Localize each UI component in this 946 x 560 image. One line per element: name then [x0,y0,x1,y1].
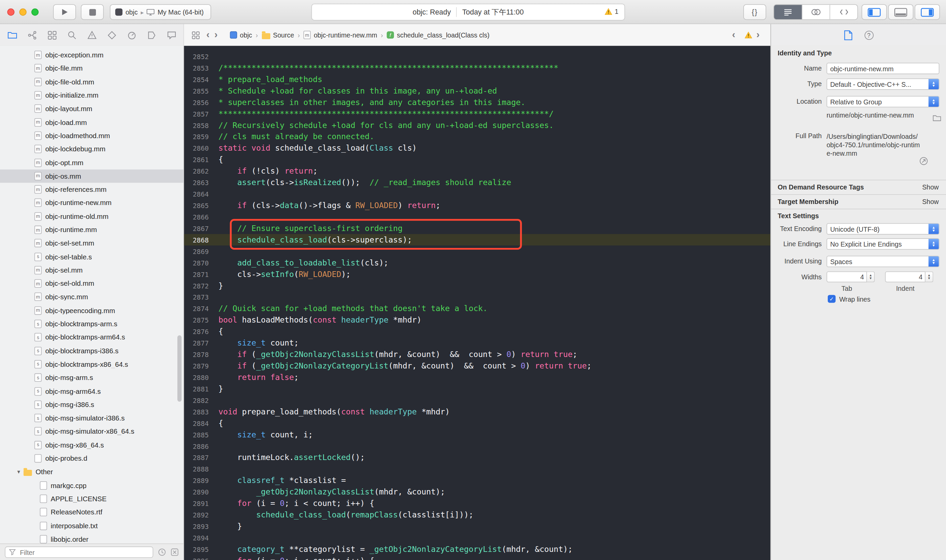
code-line[interactable]: 2859// cls must already be connected. [184,131,770,142]
file-row[interactable]: mobjc-sync.mm [0,291,183,304]
code-line[interactable]: 2891 for (i = 0; i < count; i++) { [184,497,770,509]
file-row[interactable]: mobjc-layout.mm [0,102,183,115]
file-row[interactable]: sobjc-msg-simulator-i386.s [0,411,183,425]
scheme-selector[interactable]: objc ▸ My Mac (64-bit) [110,4,211,20]
code-line[interactable]: 2873 [184,291,770,303]
file-row[interactable]: markgc.cpp [0,478,183,492]
code-line[interactable]: 2894 [184,532,770,543]
file-row[interactable]: sobjc-msg-x86_64.s [0,438,183,452]
code-line[interactable]: 2870 add_class_to_loadable_list(cls); [184,257,770,269]
file-row[interactable]: objc-probes.d [0,452,183,465]
breadcrumb-item[interactable]: fschedule_class_load(Class cls) [387,31,489,38]
code-line[interactable]: 2896 for (i = 0; i < count; i++) { [184,555,770,560]
code-line[interactable]: 2861{ [184,154,770,165]
code-line[interactable]: 2895 category_t **categorylist = _getObj… [184,543,770,555]
breadcrumb-item[interactable]: mobjc-runtime-new.mm [304,31,377,39]
text-encoding-popup[interactable]: Unicode (UTF-8) ▲▼ [826,223,939,235]
file-row[interactable]: ReleaseNotes.rtf [0,506,183,519]
source-control-navigator-icon[interactable] [26,29,38,41]
file-row[interactable]: sobjc-blocktramps-x86_64.s [0,358,183,371]
breadcrumb-item[interactable]: Source [262,31,294,39]
quick-help-inspector-icon[interactable]: ? [864,31,874,40]
file-row[interactable]: sobjc-blocktramps-arm64.s [0,331,183,344]
code-line[interactable]: 2876{ [184,326,770,337]
code-line[interactable]: 2865 if (cls->data()->flags & RW_LOADED)… [184,200,770,211]
code-line[interactable]: 2858// Recursively schedule +load for cl… [184,120,770,131]
debug-area-toggle[interactable] [888,4,914,20]
file-inspector-icon[interactable] [844,30,852,40]
source-editor[interactable]: 28522853/*******************************… [184,46,770,560]
indent-using-popup[interactable]: Spaces ▲▼ [826,256,939,267]
next-issue-button[interactable]: › [756,30,760,40]
file-row[interactable]: mobjc-file.mm [0,62,183,75]
file-row[interactable]: sobjc-msg-arm64.s [0,385,183,398]
forward-button[interactable]: › [214,30,218,40]
target-show-button[interactable]: Show [922,198,938,205]
file-row[interactable]: mobjc-typeencoding.mm [0,304,183,317]
file-row[interactable]: APPLE_LICENSE [0,492,183,506]
line-endings-popup[interactable]: No Explicit Line Endings ▲▼ [826,238,939,249]
code-line[interactable]: 2893 } [184,520,770,532]
code-line[interactable]: 2856* superclasses in other images, and … [184,97,770,108]
zoom-button[interactable] [31,8,39,15]
location-popup[interactable]: Relative to Group ▲▼ [826,96,939,108]
code-line[interactable]: 2884{ [184,417,770,429]
inspector-panel-toggle[interactable] [915,4,940,20]
code-snippets-button[interactable]: {} [743,4,766,20]
code-line[interactable]: 2880 return false; [184,372,770,383]
code-line[interactable]: 2871 cls->setInfo(RW_LOADED); [184,269,770,280]
project-navigator-icon[interactable] [6,29,18,41]
code-line[interactable]: 2887 runtimeLock.assertLocked(); [184,452,770,463]
code-line[interactable]: 2875bool hasLoadMethods(const headerType… [184,314,770,326]
previous-issue-button[interactable]: ‹ [732,30,735,40]
code-line[interactable]: 2889 classref_t *classlist = [184,475,770,486]
code-line[interactable]: 2872} [184,280,770,291]
warning-badge[interactable]: 1 [604,8,618,15]
code-line[interactable]: 2883void prepare_load_methods(const head… [184,406,770,417]
symbol-navigator-icon[interactable] [46,29,58,41]
file-row[interactable]: mobjc-file-old.mm [0,75,183,89]
stop-button[interactable] [81,4,104,20]
code-line[interactable]: 2860static void schedule_class_load(Clas… [184,142,770,154]
code-line[interactable]: 2878 if (_getObjc2NonlazyClassList(mhdr,… [184,349,770,360]
code-line[interactable]: 2882 [184,394,770,406]
code-line[interactable]: 2855* Schedule +load for classes in this… [184,85,770,97]
filter-input[interactable] [18,548,149,556]
breakpoint-navigator-icon[interactable] [145,29,157,41]
code-line[interactable]: 2862 if (!cls) return; [184,165,770,177]
window-titlebar[interactable]: objc ▸ My Mac (64-bit) objc: Ready Today… [0,0,946,24]
indent-width-stepper[interactable]: 4 ▲▼ [885,272,934,282]
file-row[interactable]: mobjc-sel-old.mm [0,277,183,291]
code-line[interactable]: 2854* prepare_load_methods [184,74,770,85]
file-row[interactable]: sobjc-sel-table.s [0,250,183,263]
file-row[interactable]: mobjc-load.mm [0,115,183,129]
wrap-lines-checkbox[interactable]: ✓ [828,295,835,303]
code-line[interactable]: 2890 _getObjc2NonlazyClassList(mhdr, &co… [184,486,770,497]
code-line[interactable]: 2881} [184,383,770,394]
stepper-arrows-icon[interactable]: ▲▼ [925,272,933,282]
file-row[interactable]: mobjc-os.mm [0,169,183,183]
file-row[interactable]: mobjc-sel.mm [0,263,183,277]
minimize-button[interactable] [19,8,26,15]
sidebar-scrollbar[interactable] [177,335,182,402]
file-row[interactable]: mobjc-sel-set.mm [0,237,183,250]
code-line[interactable]: 2879 if (_getObjc2NonlazyCategoryList(mh… [184,360,770,372]
file-row[interactable]: sobjc-msg-arm.s [0,371,183,385]
disclosure-triangle-icon[interactable]: ▼ [16,469,21,475]
report-navigator-icon[interactable] [165,29,177,41]
debug-navigator-icon[interactable] [125,29,137,41]
breadcrumb-item[interactable]: objc [230,31,252,38]
choose-folder-icon[interactable] [933,114,941,121]
filter-field[interactable] [5,546,153,558]
code-line[interactable]: 2864 [184,188,770,200]
file-row[interactable]: mobjc-exception.mm [0,48,183,62]
code-line[interactable]: 2874// Quick scan for +load methods that… [184,303,770,314]
file-row[interactable]: mobjc-opt.mm [0,156,183,169]
assistant-editor-button[interactable] [802,5,829,19]
code-line[interactable]: 2852 [184,51,770,62]
related-items-icon[interactable] [191,31,200,40]
standard-editor-button[interactable] [774,5,802,19]
code-line[interactable]: 2892 schedule_class_load(remapClass(clas… [184,509,770,520]
find-navigator-icon[interactable] [66,29,78,41]
tab-width-stepper[interactable]: 4 ▲▼ [826,272,875,282]
